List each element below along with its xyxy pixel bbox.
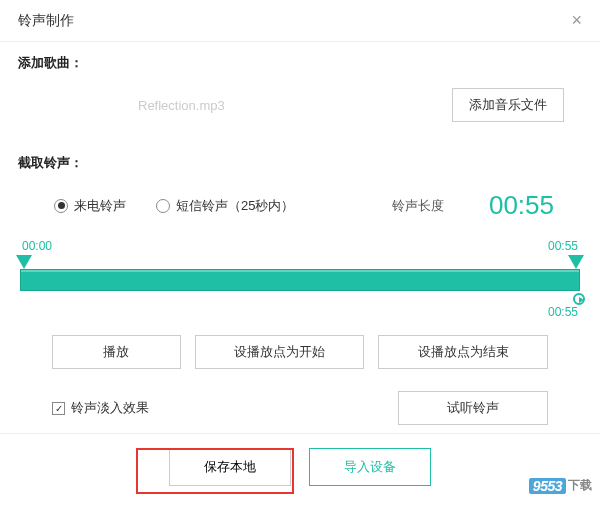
- length-value: 00:55: [489, 190, 554, 221]
- radio-label: 短信铃声（25秒内）: [176, 197, 294, 215]
- radio-icon: [156, 199, 170, 213]
- close-icon[interactable]: ×: [571, 10, 582, 31]
- watermark-text: 下载: [568, 477, 592, 494]
- add-song-section: 添加歌曲： Reflection.mp3 添加音乐文件: [0, 42, 600, 142]
- effect-row: ✓ 铃声淡入效果 试听铃声: [0, 377, 600, 433]
- audio-track[interactable]: [20, 269, 580, 291]
- radio-sms-ringtone[interactable]: 短信铃声（25秒内）: [156, 197, 294, 215]
- radio-label: 来电铃声: [74, 197, 126, 215]
- end-time: 00:55: [548, 239, 578, 253]
- add-song-label: 添加歌曲：: [18, 54, 582, 72]
- watermark: 9553 下载: [525, 476, 596, 495]
- timeline: 00:00 00:55: [0, 235, 600, 303]
- save-local-button[interactable]: 保存本地: [169, 448, 291, 486]
- trim-section: 截取铃声： 来电铃声 短信铃声（25秒内） 铃声长度 00:55: [0, 142, 600, 235]
- dialog-footer: 保存本地 导入设备: [0, 433, 600, 500]
- add-music-file-button[interactable]: 添加音乐文件: [452, 88, 564, 122]
- start-time: 00:00: [22, 239, 52, 253]
- length-label: 铃声长度: [392, 197, 444, 215]
- set-end-button[interactable]: 设播放点为结束: [378, 335, 548, 369]
- fade-in-checkbox[interactable]: ✓ 铃声淡入效果: [52, 399, 149, 417]
- watermark-num: 9553: [529, 478, 566, 494]
- dialog-header: 铃声制作 ×: [0, 0, 600, 42]
- control-buttons: 播放 设播放点为开始 设播放点为结束: [0, 327, 600, 377]
- time-labels: 00:00 00:55: [20, 239, 580, 255]
- try-ringtone-button[interactable]: 试听铃声: [398, 391, 548, 425]
- ringtone-type-row: 来电铃声 短信铃声（25秒内） 铃声长度 00:55: [18, 182, 582, 231]
- start-handle[interactable]: [16, 255, 32, 269]
- radio-call-ringtone[interactable]: 来电铃声: [54, 197, 126, 215]
- import-device-button[interactable]: 导入设备: [309, 448, 431, 486]
- dialog-title: 铃声制作: [18, 12, 74, 30]
- playhead-time: 00:55: [0, 303, 600, 327]
- end-handle[interactable]: [568, 255, 584, 269]
- set-start-button[interactable]: 设播放点为开始: [195, 335, 365, 369]
- checkbox-icon: ✓: [52, 402, 65, 415]
- radio-icon: [54, 199, 68, 213]
- track-container: [20, 255, 580, 301]
- playhead[interactable]: [573, 293, 585, 305]
- play-button[interactable]: 播放: [52, 335, 181, 369]
- fade-in-label: 铃声淡入效果: [71, 399, 149, 417]
- trim-label: 截取铃声：: [18, 154, 582, 172]
- add-song-row: Reflection.mp3 添加音乐文件: [18, 82, 582, 138]
- filename-text: Reflection.mp3: [138, 98, 225, 113]
